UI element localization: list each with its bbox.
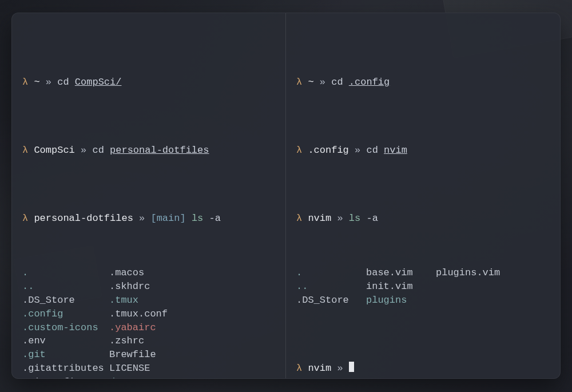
shell-history-line: λ nvim » ls -a [296, 198, 551, 225]
ls-entry: init.vim [366, 280, 436, 294]
ls-entry: .git [22, 348, 109, 362]
ls-entry: .DS_Store [22, 294, 109, 307]
shell-prompt-current[interactable]: λ nvim » [296, 348, 551, 375]
terminal-window: λ ~ » cd CompSci/ λ CompSci » cd persona… [11, 13, 561, 379]
ls-entry: .DS_Store [296, 294, 366, 307]
ls-entry: docs [109, 375, 276, 378]
ls-entry: Brewfile [109, 348, 276, 362]
shell-history-line: λ ~ » cd CompSci/ [22, 62, 276, 89]
ls-entry: .env [22, 334, 109, 348]
ls-entry [436, 280, 551, 294]
ls-entry: base.vim [366, 266, 436, 280]
lambda-icon: λ [22, 145, 28, 156]
ls-entry: .config [22, 307, 109, 321]
ls-entry: .tmux.conf [109, 307, 276, 321]
ls-entry: .zshrc [109, 334, 276, 348]
ls-entry: .yabairc [109, 321, 276, 335]
terminal-pane-right[interactable]: λ ~ » cd .config λ .config » cd nvim λ n… [286, 13, 560, 378]
ls-entry: . [296, 266, 366, 280]
ls-entry: .gitattributes [22, 362, 109, 375]
ls-entry: plugins.vim [436, 266, 551, 280]
ls-entry: .. [22, 280, 109, 294]
ls-entry: . [22, 266, 109, 280]
ls-entry: .tmux [109, 294, 276, 307]
shell-history-line: λ ~ » cd .config [296, 62, 551, 89]
lambda-icon: λ [296, 145, 302, 156]
ls-entry [436, 294, 551, 307]
ls-output: .base.vimplugins.vim..init.vim.DS_Storep… [296, 266, 551, 307]
ls-entry: plugins [366, 294, 436, 307]
shell-history-line: λ CompSci » cd personal-dotfiles [22, 130, 276, 157]
lambda-icon: λ [296, 213, 302, 224]
cursor-icon [349, 362, 354, 372]
ls-output: ..macos...skhdrc.DS_Store.tmux.config.tm… [22, 266, 276, 378]
shell-history-line: λ .config » cd nvim [296, 130, 551, 157]
shell-history-line: λ personal-dotfiles » [main] ls -a [22, 198, 276, 225]
lambda-icon: λ [296, 363, 302, 374]
ls-entry: .. [296, 280, 366, 294]
terminal-pane-left[interactable]: λ ~ » cd CompSci/ λ CompSci » cd persona… [12, 13, 286, 378]
ls-entry: .gitconfig [22, 375, 109, 378]
ls-entry: .skhdrc [109, 280, 276, 294]
lambda-icon: λ [22, 77, 28, 88]
ls-entry: .custom-icons [22, 321, 109, 335]
lambda-icon: λ [296, 77, 302, 88]
lambda-icon: λ [22, 213, 28, 224]
ls-entry: .macos [109, 266, 276, 280]
ls-entry: LICENSE [109, 362, 276, 375]
